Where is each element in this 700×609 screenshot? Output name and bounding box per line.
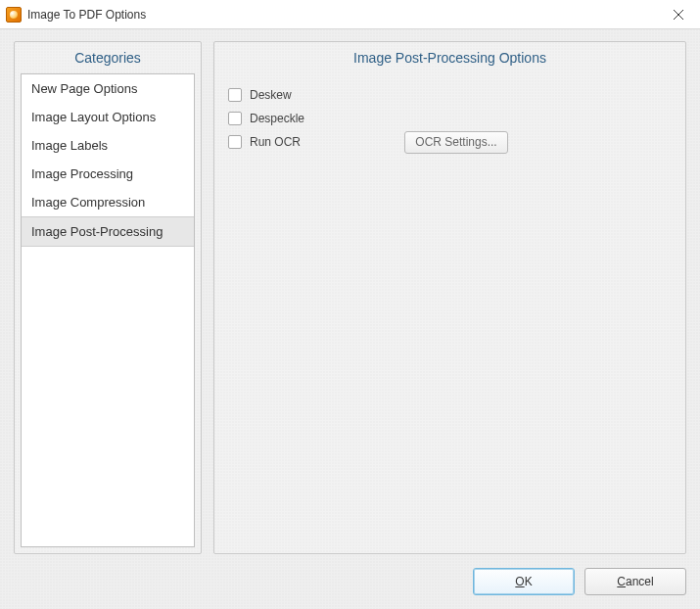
options-header: Image Post-Processing Options bbox=[214, 42, 685, 73]
despeckle-checkbox[interactable] bbox=[228, 112, 242, 125]
option-row-despeckle: Despeckle bbox=[228, 107, 672, 130]
ok-button[interactable]: OK bbox=[473, 568, 575, 595]
app-icon bbox=[6, 7, 22, 23]
category-image-layout-options[interactable]: Image Layout Options bbox=[22, 103, 194, 131]
categories-header: Categories bbox=[15, 42, 201, 73]
client-area: Categories New Page Options Image Layout… bbox=[0, 29, 700, 609]
category-image-compression[interactable]: Image Compression bbox=[22, 188, 194, 216]
deskew-checkbox[interactable] bbox=[228, 88, 242, 102]
options-panel: Image Post-Processing Options Deskew Des… bbox=[213, 41, 686, 554]
category-image-labels[interactable]: Image Labels bbox=[22, 131, 194, 160]
run-ocr-checkbox[interactable] bbox=[228, 135, 242, 149]
titlebar: Image To PDF Options bbox=[0, 0, 700, 29]
category-new-page-options[interactable]: New Page Options bbox=[22, 74, 194, 103]
deskew-label: Deskew bbox=[250, 88, 397, 102]
window-title: Image To PDF Options bbox=[27, 8, 146, 22]
run-ocr-label: Run OCR bbox=[250, 135, 397, 149]
option-row-run-ocr: Run OCR OCR Settings... bbox=[228, 130, 672, 154]
options-body: Deskew Despeckle Run OCR OCR Settings... bbox=[214, 73, 685, 164]
cancel-button[interactable]: Cancel bbox=[584, 568, 686, 595]
close-button[interactable] bbox=[656, 0, 700, 29]
cancel-rest: ancel bbox=[626, 575, 654, 588]
categories-list: New Page Options Image Layout Options Im… bbox=[21, 73, 195, 547]
panel-row: Categories New Page Options Image Layout… bbox=[14, 41, 686, 554]
ocr-settings-button[interactable]: OCR Settings... bbox=[404, 131, 508, 154]
app-icon-inner bbox=[10, 11, 18, 19]
close-icon bbox=[674, 10, 683, 20]
category-image-processing[interactable]: Image Processing bbox=[22, 160, 194, 188]
despeckle-label: Despeckle bbox=[250, 112, 397, 125]
cancel-mnemonic: C bbox=[617, 575, 626, 588]
category-image-post-processing[interactable]: Image Post-Processing bbox=[22, 216, 194, 247]
dialog-button-row: OK Cancel bbox=[473, 568, 686, 595]
categories-panel: Categories New Page Options Image Layout… bbox=[14, 41, 202, 554]
option-row-deskew: Deskew bbox=[228, 83, 672, 107]
ok-rest: K bbox=[525, 575, 533, 588]
ok-mnemonic: O bbox=[515, 575, 524, 588]
